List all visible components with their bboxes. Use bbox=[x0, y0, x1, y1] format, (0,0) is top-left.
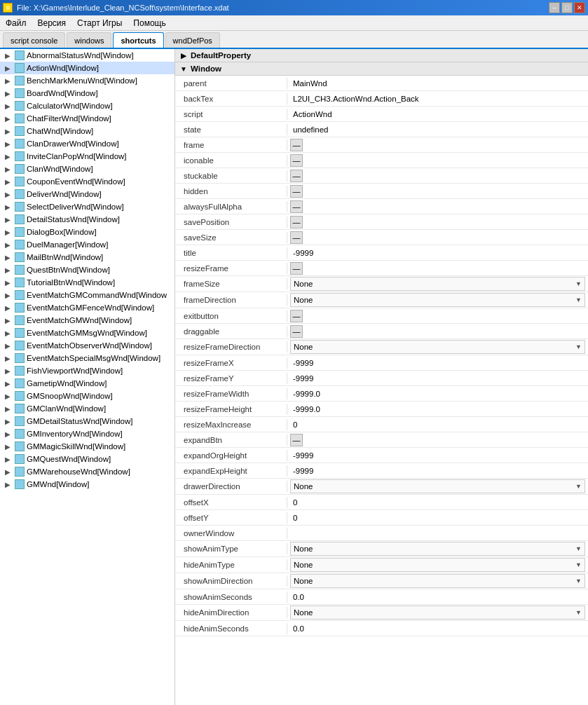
tab-windows[interactable]: windows bbox=[67, 32, 111, 48]
prop-input-resizeFrameY[interactable] bbox=[290, 374, 585, 383]
prop-input-offsetX[interactable] bbox=[290, 498, 585, 507]
checkbox-resizeFrame[interactable]: — bbox=[290, 262, 303, 275]
tree-label: ClanWnd[Window] bbox=[27, 165, 172, 173]
tree-item-gmquestwnd[interactable]: ▶ GMQuestWnd[Window] bbox=[0, 453, 175, 465]
menu-start-game[interactable]: Старт Игры bbox=[71, 15, 128, 30]
tree-item-eventmatchgmmsgwnd[interactable]: ▶ EventMatchGMMsgWnd[Window] bbox=[0, 327, 175, 339]
tree-item-eventmatchgmwnd[interactable]: ▶ EventMatchGMWnd[Window] bbox=[0, 314, 175, 327]
prop-input-resizeFrameWidth[interactable] bbox=[290, 389, 585, 399]
prop-input-resizeFrameX[interactable] bbox=[290, 358, 585, 368]
prop-row-expandBtn: expandBtn — bbox=[175, 432, 588, 448]
select-resizeFrameDirection[interactable]: None ▼ bbox=[290, 340, 585, 354]
tree-item-gmsnoopwnd[interactable]: ▶ GMSnoopWnd[Window] bbox=[0, 390, 175, 402]
select-drawerDirection[interactable]: None ▼ bbox=[290, 479, 585, 493]
tree-item-inviteclanpopwnd[interactable]: ▶ InviteClanPopWnd[Window] bbox=[0, 150, 175, 163]
menu-help[interactable]: Помощь bbox=[128, 15, 171, 30]
tree-item-tutorialbtnwnd[interactable]: ▶ TutorialBtnWnd[Window] bbox=[0, 276, 175, 289]
prop-input-expandOrgHeight[interactable] bbox=[290, 451, 585, 460]
tab-wnddefpos[interactable]: wndDefPos bbox=[165, 32, 220, 48]
checkbox-frame[interactable]: — bbox=[290, 139, 303, 151]
tree-item-abnormalstatus[interactable]: ▶ AbnormalStatusWnd[Window] bbox=[0, 49, 175, 62]
prop-input-showAnimSeconds[interactable] bbox=[290, 592, 585, 602]
prop-input-script[interactable] bbox=[290, 109, 585, 119]
prop-input-expandExpHeight[interactable] bbox=[290, 466, 585, 476]
tree-item-gmwnd[interactable]: ▶ GMWnd[Window] bbox=[0, 478, 175, 491]
tree-item-fishviewportwnd[interactable]: ▶ FishViewportWnd[Window] bbox=[0, 364, 175, 377]
menu-file[interactable]: Файл bbox=[0, 15, 32, 30]
tab-script-console[interactable]: script console bbox=[3, 32, 65, 48]
section-label: Window bbox=[191, 64, 221, 73]
tree-item-gmmagicskillwnd[interactable]: ▶ GMMagicSkillWnd[Window] bbox=[0, 440, 175, 453]
checkbox-exitbutton[interactable]: — bbox=[290, 310, 303, 322]
prop-value-resizeFrameHeight bbox=[287, 404, 588, 415]
tree-item-mailbtnwnd[interactable]: ▶ MailBtnWnd[Window] bbox=[0, 251, 175, 263]
section-window[interactable]: ▼ Window bbox=[175, 62, 588, 76]
tree-item-detailstatuswnd[interactable]: ▶ DetailStatusWnd[Window] bbox=[0, 213, 175, 226]
window-icon bbox=[15, 50, 25, 60]
tree-item-dialogbox[interactable]: ▶ DialogBox[Window] bbox=[0, 226, 175, 238]
tree-item-gmclanwnd[interactable]: ▶ GMClanWnd[Window] bbox=[0, 402, 175, 415]
tree-item-deliverwnd[interactable]: ▶ DeliverWnd[Window] bbox=[0, 188, 175, 200]
checkbox-savePosition[interactable]: — bbox=[290, 216, 303, 228]
tree-item-eventmatchspecialmsgwnd[interactable]: ▶ EventMatchSpecialMsgWnd[Window] bbox=[0, 352, 175, 364]
tree-item-gmdetailstatuswnd[interactable]: ▶ GMDetailStatusWnd[Window] bbox=[0, 415, 175, 427]
tree-item-gametipwnd[interactable]: ▶ GametipWnd[Window] bbox=[0, 377, 175, 390]
checkbox-stuckable[interactable]: — bbox=[290, 170, 303, 182]
tree-label: BenchMarkMenuWnd[Window] bbox=[27, 76, 172, 85]
tree-item-eventmatchgmfencewnd[interactable]: ▶ EventMatchGMFenceWnd[Window] bbox=[0, 301, 175, 314]
checkbox-iconable[interactable]: — bbox=[290, 154, 303, 167]
properties-panel: ▶ DefaultProperty ▼ Window parent backTe… bbox=[175, 49, 588, 705]
window-icon bbox=[15, 303, 25, 313]
prop-name-resizeFrameHeight: resizeFrameHeight bbox=[175, 404, 287, 415]
tree-arrow: ▶ bbox=[3, 467, 13, 477]
tree-arrow: ▶ bbox=[3, 63, 13, 73]
select-frameDirection[interactable]: None ▼ bbox=[290, 293, 585, 307]
tree-item-questbtnwnd[interactable]: ▶ QuestBtnWnd[Window] bbox=[0, 263, 175, 276]
close-button[interactable]: ✕ bbox=[574, 2, 585, 13]
tree-label: GMWarehouseWnd[Window] bbox=[27, 467, 172, 476]
prop-input-hideAnimSeconds[interactable] bbox=[290, 624, 585, 634]
prop-input-ownerWindow[interactable] bbox=[290, 528, 585, 538]
menu-version[interactable]: Версия bbox=[32, 15, 72, 30]
tree-item-gminventorywnd[interactable]: ▶ GMInventoryWnd[Window] bbox=[0, 427, 175, 440]
prop-input-resizeFrameHeight[interactable] bbox=[290, 404, 585, 414]
checkbox-saveSize[interactable]: — bbox=[290, 231, 303, 244]
select-showAnimDirection[interactable]: None ▼ bbox=[290, 574, 585, 588]
tab-shortcuts[interactable]: shortcuts bbox=[113, 32, 163, 48]
select-hideAnimType[interactable]: None ▼ bbox=[290, 558, 585, 572]
checkbox-alwaysFullAlpha[interactable]: — bbox=[290, 200, 303, 213]
checkbox-hidden[interactable]: — bbox=[290, 185, 303, 198]
prop-input-offsetY[interactable] bbox=[290, 513, 585, 523]
tree-label: EventMatchGMCommandWnd[Window bbox=[27, 291, 172, 299]
tree-arrow: ▶ bbox=[3, 404, 13, 413]
tree-item-benchmarkmenu[interactable]: ▶ BenchMarkMenuWnd[Window] bbox=[0, 74, 175, 87]
select-frameSize[interactable]: None ▼ bbox=[290, 277, 585, 291]
prop-input-backtex[interactable] bbox=[290, 94, 585, 104]
checkbox-draggable[interactable]: — bbox=[290, 325, 303, 338]
tree-item-selectdeliverwnd[interactable]: ▶ SelectDeliverWnd[Window] bbox=[0, 200, 175, 213]
prop-input-state[interactable] bbox=[290, 125, 585, 135]
tree-item-actionwnd[interactable]: ▶ ActionWnd[Window] bbox=[0, 62, 175, 74]
tree-item-couponeventwnd[interactable]: ▶ CouponEventWnd[Window] bbox=[0, 175, 175, 188]
select-showAnimType[interactable]: None ▼ bbox=[290, 542, 585, 556]
tree-item-clandrawerwnd[interactable]: ▶ ClanDrawerWnd[Window] bbox=[0, 137, 175, 150]
prop-value-exitbutton: — bbox=[287, 309, 588, 323]
section-defaultproperty[interactable]: ▶ DefaultProperty bbox=[175, 49, 588, 62]
tree-item-calculatorwnd[interactable]: ▶ CalculatorWnd[Window] bbox=[0, 100, 175, 112]
prop-input-resizeMaxIncrease[interactable] bbox=[290, 420, 585, 430]
tree-item-chatfilterwnd[interactable]: ▶ ChatFilterWnd[Window] bbox=[0, 112, 175, 125]
minimize-button[interactable]: ─ bbox=[549, 2, 560, 13]
tree-item-chatwnd[interactable]: ▶ ChatWnd[Window] bbox=[0, 125, 175, 137]
tree-item-clanwnd[interactable]: ▶ ClanWnd[Window] bbox=[0, 163, 175, 175]
chevron-down-icon: ▼ bbox=[575, 577, 582, 584]
select-hideAnimDirection[interactable]: None ▼ bbox=[290, 605, 585, 620]
prop-input-title[interactable] bbox=[290, 248, 585, 258]
tree-item-gmwarehousewnd[interactable]: ▶ GMWarehouseWnd[Window] bbox=[0, 465, 175, 478]
maximize-button[interactable]: □ bbox=[561, 2, 573, 13]
tree-item-duelmanager[interactable]: ▶ DuelManager[Window] bbox=[0, 238, 175, 251]
prop-input-parent[interactable] bbox=[290, 78, 585, 88]
checkbox-expandBtn[interactable]: — bbox=[290, 434, 303, 446]
tree-item-eventmatchgmcommandwnd[interactable]: ▶ EventMatchGMCommandWnd[Window bbox=[0, 289, 175, 301]
tree-item-boardwnd[interactable]: ▶ BoardWnd[Window] bbox=[0, 87, 175, 100]
tree-item-eventmatchobserverwnd[interactable]: ▶ EventMatchObserverWnd[Window] bbox=[0, 339, 175, 352]
